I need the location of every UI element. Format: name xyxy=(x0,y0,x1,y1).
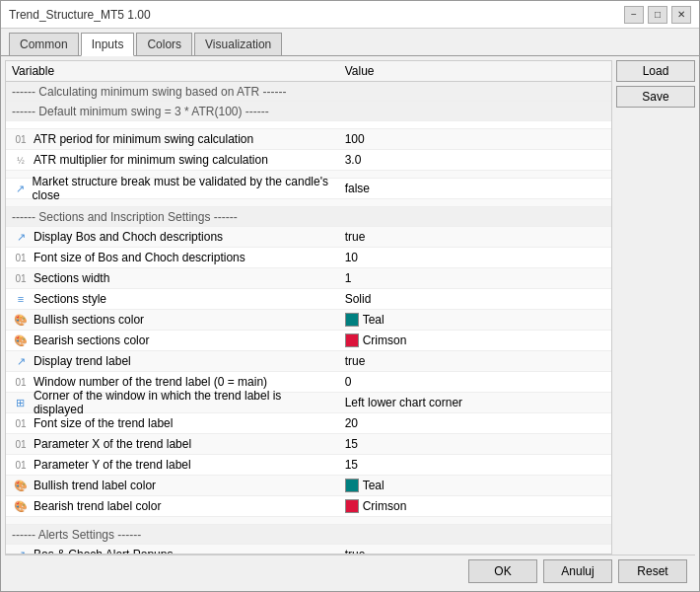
row-icon: 01 xyxy=(12,376,30,388)
row-variable: Display Bos and Choch descriptions xyxy=(34,230,223,244)
row-value: 3.0 xyxy=(339,150,611,171)
color-swatch xyxy=(345,313,359,327)
table-row-empty xyxy=(6,517,611,525)
row-variable: Parameter Y of the trend label xyxy=(34,458,191,472)
row-variable: Corner of the window in which the trend … xyxy=(34,389,333,416)
row-variable: Sections width xyxy=(34,271,109,285)
row-icon: 01 xyxy=(12,252,30,263)
row-icon: 🎨 xyxy=(12,500,30,513)
row-icon: ⊞ xyxy=(12,397,30,409)
row-value: Teal xyxy=(339,476,611,496)
row-value: Left lower chart corner xyxy=(339,393,611,413)
table-row: 🎨Bearish trend label colorCrimson xyxy=(6,496,611,517)
ok-button[interactable]: OK xyxy=(468,559,537,583)
row-value: false xyxy=(339,179,611,199)
row-value: Crimson xyxy=(339,496,611,517)
row-icon: 🎨 xyxy=(12,334,30,347)
save-button[interactable]: Save xyxy=(616,86,695,108)
table-row: ½ATR multiplier for minimum swing calcul… xyxy=(6,150,611,171)
window-controls: − □ ✕ xyxy=(624,6,691,24)
row-icon: 01 xyxy=(12,417,30,429)
row-value: 15 xyxy=(339,455,611,476)
row-value: 100 xyxy=(339,129,611,150)
table-row: ------ Alerts Settings ------ xyxy=(6,525,611,545)
cancel-button[interactable]: Anuluj xyxy=(543,559,612,583)
color-swatch xyxy=(345,479,359,492)
table-row-empty xyxy=(6,121,611,129)
row-value: 1 xyxy=(339,268,611,289)
row-variable: Bearish trend label color xyxy=(34,499,161,513)
table-row: 01Parameter Y of the trend label15 xyxy=(6,455,611,476)
row-icon: 01 xyxy=(12,272,30,284)
row-variable: Display trend label xyxy=(34,354,131,368)
row-variable: Sections style xyxy=(34,292,106,306)
tab-inputs[interactable]: Inputs xyxy=(81,33,135,56)
tab-bar: Common Inputs Colors Visualization xyxy=(1,29,699,56)
row-value: 10 xyxy=(339,248,611,268)
row-value: 0 xyxy=(339,372,611,393)
table-row: ↗Market structure break must be validate… xyxy=(6,179,611,199)
color-swatch xyxy=(345,333,359,347)
row-value: Solid xyxy=(339,289,611,310)
title-bar: Trend_Structure_MT5 1.00 − □ ✕ xyxy=(1,1,699,29)
row-value: 15 xyxy=(339,434,611,455)
tab-colors[interactable]: Colors xyxy=(136,33,192,55)
table-row: ------ Default minimum swing = 3 * ATR(1… xyxy=(6,102,611,121)
reset-button[interactable]: Reset xyxy=(618,559,687,583)
table-row: 01Parameter X of the trend label15 xyxy=(6,434,611,455)
row-icon: ↗ xyxy=(12,355,30,368)
table-row: 🎨Bullish sections colorTeal xyxy=(6,310,611,331)
content-area: Variable Value ------ Calculating minimu… xyxy=(1,56,699,591)
table-row: 01Sections width1 xyxy=(6,268,611,289)
minimize-button[interactable]: − xyxy=(624,6,644,24)
row-icon: 01 xyxy=(12,438,30,450)
row-value: Teal xyxy=(339,310,611,331)
row-icon: ≡ xyxy=(12,293,30,305)
row-variable: Window number of the trend label (0 = ma… xyxy=(34,375,267,389)
col-value: Value xyxy=(339,61,611,82)
row-variable: Font size of Bos and Choch descriptions xyxy=(34,251,245,264)
close-button[interactable]: ✕ xyxy=(671,6,691,24)
row-value: true xyxy=(339,227,611,248)
params-table: Variable Value ------ Calculating minimu… xyxy=(6,61,611,555)
params-table-container: Variable Value ------ Calculating minimu… xyxy=(5,60,612,555)
row-variable: Font size of the trend label xyxy=(34,416,173,430)
color-swatch xyxy=(345,499,359,513)
side-buttons: Load Save xyxy=(616,60,695,555)
table-row: ↗Display trend labeltrue xyxy=(6,351,611,372)
row-icon: 🎨 xyxy=(12,314,30,327)
row-icon: 01 xyxy=(12,459,30,471)
maximize-button[interactable]: □ xyxy=(648,6,667,24)
table-row: ≡Sections styleSolid xyxy=(6,289,611,310)
table-row: 01Font size of Bos and Choch description… xyxy=(6,248,611,268)
table-row: 01ATR period for minimum swing calculati… xyxy=(6,129,611,150)
footer: OK Anuluj Reset xyxy=(5,555,695,587)
row-variable: ATR period for minimum swing calculation xyxy=(34,132,253,146)
row-variable: Market structure break must be validated… xyxy=(33,175,333,202)
table-row: 🎨Bullish trend label colorTeal xyxy=(6,476,611,496)
window-title: Trend_Structure_MT5 1.00 xyxy=(9,8,151,22)
table-row: ------ Calculating minimum swing based o… xyxy=(6,82,611,102)
row-variable: ATR multiplier for minimum swing calcula… xyxy=(34,153,268,167)
row-value: Crimson xyxy=(339,331,611,351)
table-row: ↗Bos & Choch Alert Popupstrue xyxy=(6,545,611,555)
row-icon: ↗ xyxy=(12,183,29,195)
row-variable: Bullish sections color xyxy=(34,313,144,327)
table-row: ↗Display Bos and Choch descriptionstrue xyxy=(6,227,611,248)
row-value: true xyxy=(339,351,611,372)
row-icon: ½ xyxy=(12,154,30,166)
row-value: true xyxy=(339,545,611,555)
table-row: 🎨Bearish sections colorCrimson xyxy=(6,331,611,351)
row-icon: 01 xyxy=(12,133,30,145)
row-variable: Bullish trend label color xyxy=(34,479,156,492)
row-value: 20 xyxy=(339,413,611,434)
row-variable: Bearish sections color xyxy=(34,333,149,347)
tab-common[interactable]: Common xyxy=(9,33,79,55)
col-variable: Variable xyxy=(6,61,339,82)
row-icon: 🎨 xyxy=(12,480,30,492)
row-icon: ↗ xyxy=(12,231,30,244)
tab-visualization[interactable]: Visualization xyxy=(194,33,282,55)
load-button[interactable]: Load xyxy=(616,60,695,82)
main-window: Trend_Structure_MT5 1.00 − □ ✕ Common In… xyxy=(0,0,700,592)
row-variable: Bos & Choch Alert Popups xyxy=(34,548,173,555)
